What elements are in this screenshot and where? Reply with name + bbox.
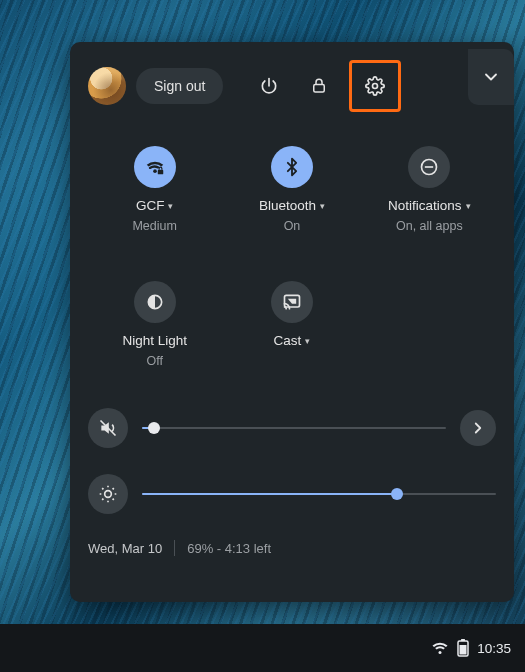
brightness-icon	[98, 484, 118, 504]
taskbar-time: 10:35	[477, 641, 511, 656]
battery-icon	[457, 639, 469, 657]
collapse-button[interactable]	[468, 49, 514, 105]
volume-mute-button[interactable]	[88, 408, 128, 448]
tile-bluetooth[interactable]: Bluetooth▾ On	[225, 146, 358, 233]
notifications-toggle[interactable]	[408, 146, 450, 188]
sign-out-button[interactable]: Sign out	[136, 68, 223, 104]
sliders-section	[88, 408, 496, 514]
volume-row	[88, 408, 496, 448]
lock-icon	[310, 77, 328, 95]
wifi-toggle[interactable]	[134, 146, 176, 188]
caret-down-icon: ▾	[168, 201, 173, 211]
settings-highlight	[349, 60, 401, 112]
power-icon	[259, 76, 279, 96]
cast-toggle[interactable]	[271, 281, 313, 323]
svg-rect-2	[157, 170, 163, 175]
chevron-down-icon	[481, 67, 501, 87]
volume-slider[interactable]	[142, 427, 446, 429]
quick-settings-tiles: GCF▾ Medium Bluetooth▾ On Notifications▾…	[88, 146, 496, 368]
caret-down-icon: ▾	[320, 201, 325, 211]
wifi-lock-icon	[144, 156, 166, 178]
svg-rect-0	[314, 85, 325, 93]
brightness-row	[88, 474, 496, 514]
footer-divider	[174, 540, 175, 556]
lock-button[interactable]	[299, 66, 339, 106]
footer-date: Wed, Mar 10	[88, 541, 162, 556]
tile-sub: On	[284, 219, 301, 233]
status-area[interactable]: 10:35	[431, 639, 511, 657]
footer-battery: 69% - 4:13 left	[187, 541, 271, 556]
audio-output-button[interactable]	[460, 410, 496, 446]
tile-notifications[interactable]: Notifications▾ On, all apps	[363, 146, 496, 233]
svg-rect-10	[460, 645, 467, 655]
tile-sub: Medium	[132, 219, 176, 233]
bluetooth-icon	[282, 157, 302, 177]
svg-point-7	[105, 491, 112, 498]
bluetooth-toggle[interactable]	[271, 146, 313, 188]
caret-down-icon: ▾	[466, 201, 471, 211]
tile-wifi[interactable]: GCF▾ Medium	[88, 146, 221, 233]
tile-label: GCF▾	[136, 198, 174, 213]
quick-settings-panel: Sign out GCF▾ Medium	[70, 42, 514, 602]
night-light-icon	[145, 292, 165, 312]
tile-label: Night Light	[122, 333, 187, 348]
gear-icon	[365, 76, 385, 96]
tile-label: Cast▾	[274, 333, 311, 348]
wifi-icon	[431, 639, 449, 657]
taskbar: 10:35	[0, 624, 525, 672]
brightness-button[interactable]	[88, 474, 128, 514]
panel-footer: Wed, Mar 10 69% - 4:13 left	[88, 540, 496, 556]
do-not-disturb-icon	[419, 157, 439, 177]
brightness-slider[interactable]	[142, 493, 496, 495]
svg-rect-9	[461, 639, 465, 641]
chevron-right-icon	[469, 419, 487, 437]
tile-label: Bluetooth▾	[259, 198, 325, 213]
user-avatar[interactable]	[88, 67, 126, 105]
caret-down-icon: ▾	[305, 336, 310, 346]
volume-mute-icon	[98, 418, 118, 438]
svg-point-1	[373, 84, 378, 89]
tile-label: Notifications▾	[388, 198, 471, 213]
panel-header: Sign out	[88, 60, 496, 112]
night-light-toggle[interactable]	[134, 281, 176, 323]
tile-cast[interactable]: Cast▾	[225, 281, 358, 368]
tile-sub: Off	[146, 354, 162, 368]
settings-button[interactable]	[358, 69, 392, 103]
tile-sub: On, all apps	[396, 219, 463, 233]
power-button[interactable]	[249, 66, 289, 106]
tile-night-light[interactable]: Night Light Off	[88, 281, 221, 368]
cast-icon	[282, 292, 302, 312]
